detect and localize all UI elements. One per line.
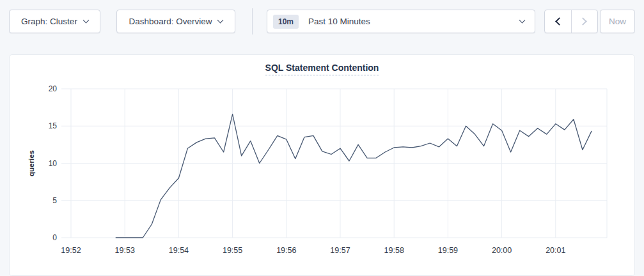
toolbar: Graph: Cluster Dashboard: Overview 10m P… [0,0,644,45]
chevron-down-icon [217,17,224,24]
chevron-left-icon [555,17,563,26]
graph-dropdown[interactable]: Graph: Cluster [9,10,100,33]
y-tick-label: 20 [49,84,58,93]
x-tick-label: 19:52 [61,246,81,255]
time-range-label: Past 10 Minutes [308,17,370,26]
x-tick-label: 20:00 [492,246,512,255]
y-tick-label: 5 [52,196,57,205]
y-tick-label: 10 [49,159,58,168]
chart-title[interactable]: SQL Statement Contention [265,63,379,75]
x-tick-label: 20:01 [546,246,565,255]
y-tick-label: 0 [52,233,57,242]
x-tick-label: 19:55 [223,246,242,255]
y-axis-label: queries [27,150,35,176]
time-range-dropdown[interactable]: 10m Past 10 Minutes [267,10,535,33]
time-shift-button-group [544,10,598,33]
toolbar-divider [252,8,253,34]
x-tick-label: 19:56 [276,246,296,255]
contention-line-chart: 0510152019:5219:5319:5419:5519:5619:5719… [10,55,636,276]
chevron-down-icon [82,17,89,24]
time-backward-button[interactable] [545,10,571,33]
y-tick-label: 15 [49,121,58,130]
chevron-right-icon [579,17,587,26]
x-tick-label: 19:58 [384,246,404,255]
chart-line [116,114,592,238]
time-forward-button[interactable] [571,10,598,33]
time-range-badge: 10m [273,15,299,29]
graph-dropdown-label: Graph: Cluster [21,17,77,26]
x-tick-label: 19:59 [438,246,458,255]
chevron-down-icon [519,17,526,24]
chart-title-row: SQL Statement Contention [10,62,634,75]
dashboard-dropdown[interactable]: Dashboard: Overview [116,10,235,33]
x-tick-label: 19:57 [330,246,350,255]
dashboard-dropdown-label: Dashboard: Overview [129,17,212,26]
chart-card: 0510152019:5219:5319:5419:5519:5619:5719… [9,54,635,276]
now-button[interactable]: Now [600,10,635,33]
x-tick-label: 19:54 [169,246,189,255]
x-tick-label: 19:53 [115,246,135,255]
